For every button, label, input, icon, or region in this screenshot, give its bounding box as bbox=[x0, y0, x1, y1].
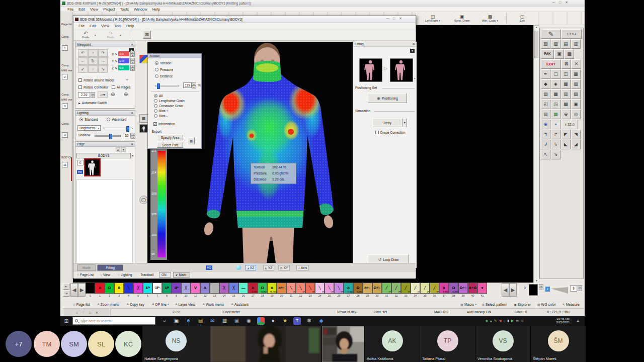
axis-view-button[interactable]: ◢XZ bbox=[245, 265, 256, 270]
tool-icon[interactable]: ✒ bbox=[541, 69, 550, 79]
select-part-button[interactable]: Select Part bbox=[157, 142, 183, 148]
close-icon[interactable]: ✕ bbox=[131, 43, 133, 46]
exit-icon[interactable]: ⊠ bbox=[143, 31, 151, 39]
color-swatch[interactable]: ╳ 10 bbox=[181, 283, 191, 298]
color-swatch[interactable]: Λ 12 bbox=[200, 283, 210, 298]
color-swatch[interactable]: ΩB-2ND 28 bbox=[353, 283, 363, 298]
minimized-window-controls[interactable]: +─□✕ bbox=[63, 309, 111, 316]
zoom-spinner[interactable]: ▴▾ bbox=[91, 92, 95, 98]
taskbar-app-icon[interactable] bbox=[257, 317, 265, 325]
knitpaint-titlebar[interactable]: SDS-ONE KnitPaint ( R-20.[WOW64] ) - [D:… bbox=[60, 0, 585, 7]
axis-view-button[interactable]: +Axis bbox=[296, 265, 309, 270]
color-swatch[interactable]: 0 bbox=[86, 283, 95, 298]
model-before-thumbnail[interactable] bbox=[359, 58, 382, 82]
taskbar-app-icon[interactable]: ● bbox=[269, 317, 277, 325]
color-swatch[interactable]: ╳ 14 bbox=[219, 283, 229, 298]
taskbar-app-icon[interactable]: ▣ bbox=[173, 317, 180, 325]
taskbar-app-icon[interactable]: ▤ bbox=[197, 317, 204, 325]
quick-menu-item[interactable]: ALayer view bbox=[175, 303, 196, 306]
tension-dialog-title[interactable]: Tension bbox=[148, 54, 201, 58]
trackball-main-button[interactable]: ☛Main bbox=[173, 272, 190, 278]
tray-icon[interactable]: ▭ bbox=[516, 319, 519, 323]
statusbar-toggle[interactable]: ▽Lighting bbox=[118, 273, 132, 277]
color-swatch[interactable]: ɤ 41 bbox=[477, 283, 487, 298]
color-swatch[interactable]: ╲ 4 bbox=[124, 283, 133, 298]
specify-area-button[interactable]: Specify Area bbox=[157, 134, 183, 140]
tool-icon[interactable]: ▣ bbox=[571, 100, 581, 109]
tool-icon[interactable]: ▥ bbox=[561, 89, 571, 99]
rotate-view-button[interactable]: ↻ bbox=[88, 57, 98, 65]
participant-avatar[interactable]: TM bbox=[34, 331, 60, 357]
axis-value-field[interactable]: 0.0 bbox=[118, 51, 129, 56]
taskbar-app-icon[interactable]: e bbox=[185, 317, 192, 325]
menu-item[interactable]: Tools bbox=[120, 7, 129, 12]
grain-radio[interactable]: Bias - bbox=[154, 114, 168, 118]
tool-icon[interactable]: ▥ bbox=[571, 39, 581, 49]
move-down-icon[interactable]: ▼ bbox=[121, 147, 126, 152]
page-thumbnail[interactable] bbox=[84, 158, 101, 176]
grain-radio[interactable]: ●All bbox=[154, 94, 163, 98]
axis-view-button[interactable]: ◩XY bbox=[278, 265, 290, 270]
taskbar-clock[interactable]: 10:46 AM2/25/2021 bbox=[551, 317, 575, 324]
tool-icon[interactable]: ▦ bbox=[571, 69, 581, 79]
color-swatch[interactable]: Ω+↑ 39 bbox=[458, 283, 468, 298]
color-swatch[interactable]: ╲2P 22 bbox=[296, 283, 305, 298]
pen-size-slider[interactable] bbox=[551, 287, 568, 294]
tool-icon[interactable]: ▨ bbox=[541, 39, 550, 49]
color-swatch[interactable]: ŏF-2ND 27 bbox=[344, 283, 353, 298]
tool-icon[interactable]: ◣ bbox=[561, 140, 571, 149]
color-swatch[interactable]: 13 bbox=[210, 283, 219, 298]
menu-item[interactable]: Tool bbox=[114, 24, 121, 28]
mini-window-icon[interactable]: □ bbox=[89, 311, 91, 314]
zoom-value-field[interactable]: 2.26 bbox=[78, 92, 90, 98]
color-swatch[interactable]: 8 3 bbox=[114, 283, 124, 298]
tool-icon[interactable]: ▣ bbox=[554, 49, 564, 59]
rotate-view-button[interactable]: ↙ bbox=[78, 65, 88, 73]
tool-icon[interactable]: ⊖ bbox=[561, 110, 571, 119]
menu-item[interactable]: File bbox=[67, 7, 73, 12]
tension-spinner[interactable]: ▴▾ bbox=[192, 82, 196, 88]
color-swatch[interactable]: ΩB-2ND 38 bbox=[449, 283, 458, 298]
statusbar-toggle[interactable]: ▽Page List bbox=[77, 273, 94, 277]
menu-item[interactable]: Help bbox=[152, 7, 160, 12]
tool-icon[interactable]: ▩ bbox=[561, 100, 571, 109]
rotate-controller-checkbox[interactable]: Rotate Controller bbox=[78, 85, 108, 89]
rotate-around-model-checkbox[interactable]: Rotate around model bbox=[78, 78, 114, 82]
quick-menu-item[interactable]: ▽Page list bbox=[73, 303, 91, 306]
close-icon[interactable]: ✕ bbox=[399, 17, 402, 21]
menu-item[interactable]: Edit bbox=[90, 24, 96, 28]
quick-menu-item[interactable]: ⊞Select pattern bbox=[482, 303, 508, 306]
tool-icon[interactable]: ◫ bbox=[561, 69, 571, 79]
tool-icon[interactable]: ▧ bbox=[571, 79, 581, 89]
tool-icon[interactable]: ▤ bbox=[561, 39, 571, 49]
menu-item[interactable]: Window bbox=[134, 7, 147, 12]
tool-icon[interactable]: ↳ bbox=[551, 140, 560, 149]
color-swatch[interactable]: 1P 7 bbox=[152, 283, 162, 298]
color-spinner[interactable]: ▴▾ bbox=[539, 284, 543, 290]
axis-value-field[interactable]: 0.0 bbox=[118, 65, 129, 70]
redo-button[interactable]: ↷Redo bbox=[103, 30, 119, 40]
undo-dropdown-icon[interactable]: ▾ bbox=[95, 34, 96, 37]
tool-icon[interactable]: ↲ bbox=[541, 140, 550, 149]
zoom-out-icon[interactable]: ⊖ bbox=[111, 92, 115, 97]
tension-slider[interactable] bbox=[155, 85, 179, 86]
color-swatch[interactable]: ╱2P 35 bbox=[420, 283, 430, 298]
quick-menu-item[interactable]: ✎Measure bbox=[562, 303, 581, 306]
tool-icon[interactable]: ▤ bbox=[541, 89, 550, 99]
color-swatch[interactable]: ŏ+Ω 40 bbox=[468, 283, 477, 298]
taskbar-app-icon[interactable]: ○ bbox=[160, 317, 168, 325]
display-mode-radio[interactable]: Distance bbox=[155, 74, 173, 78]
quick-menu-item[interactable]: ▤Macro▾ bbox=[460, 303, 476, 306]
participant-tile[interactable]: AK Adéla Králíková bbox=[365, 326, 420, 362]
color-swatch[interactable]: ╱3P 33 bbox=[401, 283, 411, 298]
palette-prev-button[interactable]: ◀ bbox=[70, 283, 78, 297]
tool-icon[interactable]: PAK bbox=[541, 49, 554, 59]
brightness-dropdown[interactable]: Brightness ▾ bbox=[77, 125, 101, 131]
tab-mode[interactable]: Mode bbox=[77, 264, 96, 271]
quick-menu-item[interactable]: ACopy key bbox=[127, 303, 145, 306]
color-swatch[interactable]: 1P 8 bbox=[162, 283, 172, 298]
quick-menu-item[interactable]: AWork menu bbox=[203, 303, 225, 306]
color-swatch[interactable]: ╳ 15 bbox=[229, 283, 238, 298]
tool-icon[interactable]: ↖ bbox=[541, 150, 550, 159]
grid-icon[interactable]: ▦ bbox=[139, 114, 148, 123]
